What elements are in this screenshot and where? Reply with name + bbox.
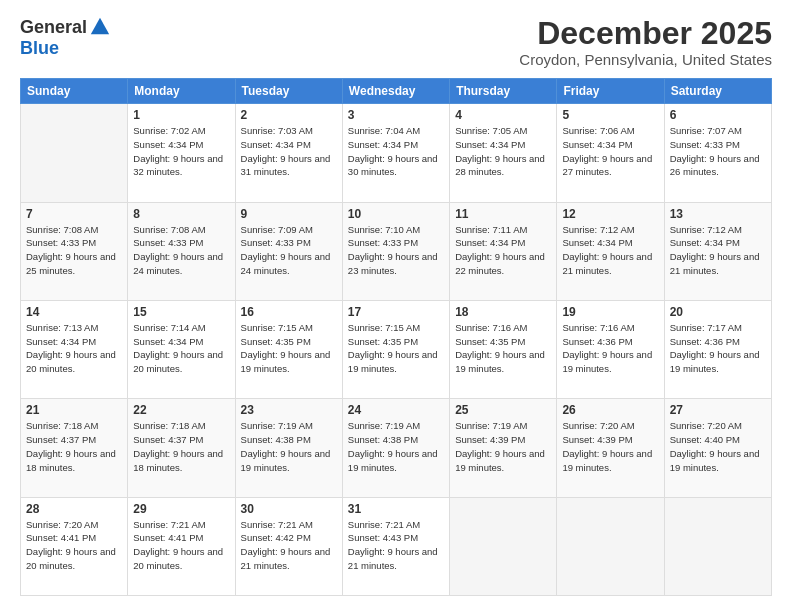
sunrise: Sunrise: 7:06 AM (562, 125, 634, 136)
day-number: 28 (26, 502, 122, 516)
sunset: Sunset: 4:34 PM (241, 139, 311, 150)
daylight: Daylight: 9 hours and 19 minutes. (455, 448, 545, 473)
sunset: Sunset: 4:40 PM (670, 434, 740, 445)
sunrise: Sunrise: 7:07 AM (670, 125, 742, 136)
sunrise: Sunrise: 7:21 AM (241, 519, 313, 530)
sunrise: Sunrise: 7:04 AM (348, 125, 420, 136)
calendar-cell: 15Sunrise: 7:14 AMSunset: 4:34 PMDayligh… (128, 300, 235, 398)
sunrise: Sunrise: 7:19 AM (241, 420, 313, 431)
calendar-cell: 2Sunrise: 7:03 AMSunset: 4:34 PMDaylight… (235, 104, 342, 202)
svg-marker-0 (91, 18, 109, 35)
day-number: 10 (348, 207, 444, 221)
daylight: Daylight: 9 hours and 30 minutes. (348, 153, 438, 178)
logo-icon (89, 16, 111, 38)
daylight: Daylight: 9 hours and 19 minutes. (670, 448, 760, 473)
calendar-cell: 28Sunrise: 7:20 AMSunset: 4:41 PMDayligh… (21, 497, 128, 595)
sunrise: Sunrise: 7:09 AM (241, 224, 313, 235)
calendar-cell: 6Sunrise: 7:07 AMSunset: 4:33 PMDaylight… (664, 104, 771, 202)
calendar-cell: 19Sunrise: 7:16 AMSunset: 4:36 PMDayligh… (557, 300, 664, 398)
calendar-cell: 21Sunrise: 7:18 AMSunset: 4:37 PMDayligh… (21, 399, 128, 497)
daylight: Daylight: 9 hours and 18 minutes. (133, 448, 223, 473)
daylight: Daylight: 9 hours and 20 minutes. (26, 349, 116, 374)
day-info: Sunrise: 7:21 AMSunset: 4:41 PMDaylight:… (133, 518, 229, 573)
day-info: Sunrise: 7:12 AMSunset: 4:34 PMDaylight:… (670, 223, 766, 278)
day-info: Sunrise: 7:18 AMSunset: 4:37 PMDaylight:… (26, 419, 122, 474)
day-info: Sunrise: 7:19 AMSunset: 4:38 PMDaylight:… (241, 419, 337, 474)
calendar-cell: 8Sunrise: 7:08 AMSunset: 4:33 PMDaylight… (128, 202, 235, 300)
sunset: Sunset: 4:34 PM (133, 336, 203, 347)
day-number: 12 (562, 207, 658, 221)
sunrise: Sunrise: 7:20 AM (562, 420, 634, 431)
day-info: Sunrise: 7:19 AMSunset: 4:38 PMDaylight:… (348, 419, 444, 474)
sunrise: Sunrise: 7:08 AM (133, 224, 205, 235)
day-info: Sunrise: 7:09 AMSunset: 4:33 PMDaylight:… (241, 223, 337, 278)
sunrise: Sunrise: 7:14 AM (133, 322, 205, 333)
day-info: Sunrise: 7:11 AMSunset: 4:34 PMDaylight:… (455, 223, 551, 278)
day-info: Sunrise: 7:07 AMSunset: 4:33 PMDaylight:… (670, 124, 766, 179)
calendar-cell: 26Sunrise: 7:20 AMSunset: 4:39 PMDayligh… (557, 399, 664, 497)
calendar-cell (450, 497, 557, 595)
sunrise: Sunrise: 7:16 AM (455, 322, 527, 333)
header: General Blue December 2025 Croydon, Penn… (20, 16, 772, 68)
sunrise: Sunrise: 7:15 AM (241, 322, 313, 333)
sunset: Sunset: 4:34 PM (455, 139, 525, 150)
sunrise: Sunrise: 7:19 AM (348, 420, 420, 431)
daylight: Daylight: 9 hours and 20 minutes. (133, 546, 223, 571)
day-info: Sunrise: 7:19 AMSunset: 4:39 PMDaylight:… (455, 419, 551, 474)
sunrise: Sunrise: 7:10 AM (348, 224, 420, 235)
sunset: Sunset: 4:34 PM (348, 139, 418, 150)
day-number: 4 (455, 108, 551, 122)
sunset: Sunset: 4:38 PM (241, 434, 311, 445)
day-number: 30 (241, 502, 337, 516)
day-number: 18 (455, 305, 551, 319)
day-info: Sunrise: 7:15 AMSunset: 4:35 PMDaylight:… (348, 321, 444, 376)
calendar-cell: 4Sunrise: 7:05 AMSunset: 4:34 PMDaylight… (450, 104, 557, 202)
daylight: Daylight: 9 hours and 18 minutes. (26, 448, 116, 473)
day-info: Sunrise: 7:05 AMSunset: 4:34 PMDaylight:… (455, 124, 551, 179)
day-number: 25 (455, 403, 551, 417)
daylight: Daylight: 9 hours and 22 minutes. (455, 251, 545, 276)
sunrise: Sunrise: 7:11 AM (455, 224, 527, 235)
sunset: Sunset: 4:33 PM (348, 237, 418, 248)
day-info: Sunrise: 7:08 AMSunset: 4:33 PMDaylight:… (26, 223, 122, 278)
day-header: Monday (128, 79, 235, 104)
sunset: Sunset: 4:35 PM (455, 336, 525, 347)
calendar-cell: 3Sunrise: 7:04 AMSunset: 4:34 PMDaylight… (342, 104, 449, 202)
sunset: Sunset: 4:39 PM (455, 434, 525, 445)
daylight: Daylight: 9 hours and 21 minutes. (670, 251, 760, 276)
sunset: Sunset: 4:34 PM (562, 237, 632, 248)
month-title: December 2025 (519, 16, 772, 51)
calendar-table: SundayMondayTuesdayWednesdayThursdayFrid… (20, 78, 772, 596)
calendar-cell (664, 497, 771, 595)
day-info: Sunrise: 7:13 AMSunset: 4:34 PMDaylight:… (26, 321, 122, 376)
sunset: Sunset: 4:34 PM (133, 139, 203, 150)
day-number: 13 (670, 207, 766, 221)
sunrise: Sunrise: 7:21 AM (133, 519, 205, 530)
daylight: Daylight: 9 hours and 19 minutes. (241, 448, 331, 473)
sunrise: Sunrise: 7:16 AM (562, 322, 634, 333)
day-info: Sunrise: 7:16 AMSunset: 4:35 PMDaylight:… (455, 321, 551, 376)
daylight: Daylight: 9 hours and 27 minutes. (562, 153, 652, 178)
day-info: Sunrise: 7:10 AMSunset: 4:33 PMDaylight:… (348, 223, 444, 278)
calendar-cell: 18Sunrise: 7:16 AMSunset: 4:35 PMDayligh… (450, 300, 557, 398)
day-number: 17 (348, 305, 444, 319)
daylight: Daylight: 9 hours and 20 minutes. (26, 546, 116, 571)
day-number: 15 (133, 305, 229, 319)
calendar-cell: 30Sunrise: 7:21 AMSunset: 4:42 PMDayligh… (235, 497, 342, 595)
daylight: Daylight: 9 hours and 31 minutes. (241, 153, 331, 178)
daylight: Daylight: 9 hours and 26 minutes. (670, 153, 760, 178)
sunset: Sunset: 4:34 PM (670, 237, 740, 248)
calendar-cell: 9Sunrise: 7:09 AMSunset: 4:33 PMDaylight… (235, 202, 342, 300)
day-number: 1 (133, 108, 229, 122)
day-number: 5 (562, 108, 658, 122)
calendar-cell: 10Sunrise: 7:10 AMSunset: 4:33 PMDayligh… (342, 202, 449, 300)
day-number: 24 (348, 403, 444, 417)
day-info: Sunrise: 7:12 AMSunset: 4:34 PMDaylight:… (562, 223, 658, 278)
sunrise: Sunrise: 7:12 AM (670, 224, 742, 235)
day-number: 7 (26, 207, 122, 221)
day-info: Sunrise: 7:21 AMSunset: 4:42 PMDaylight:… (241, 518, 337, 573)
sunset: Sunset: 4:33 PM (670, 139, 740, 150)
sunrise: Sunrise: 7:02 AM (133, 125, 205, 136)
sunrise: Sunrise: 7:18 AM (26, 420, 98, 431)
sunset: Sunset: 4:41 PM (133, 532, 203, 543)
